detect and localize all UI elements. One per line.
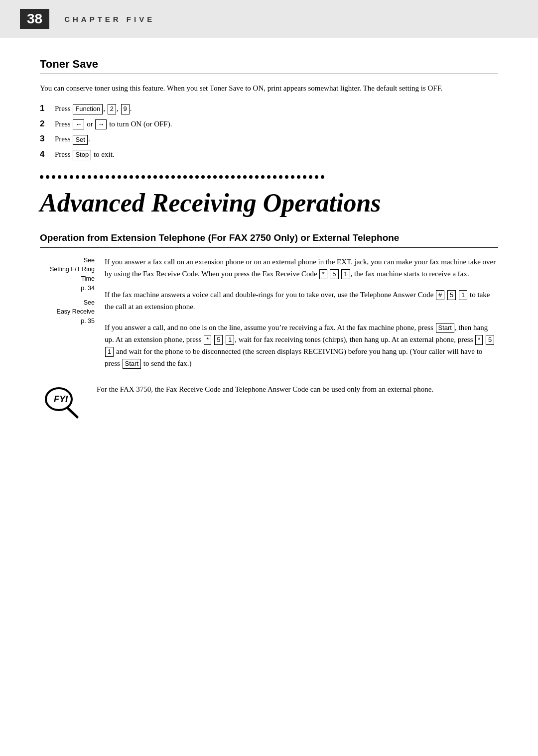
step-4-text: Press Stop to exit. [55,149,115,160]
step-1-text: Press Function, 2, 9. [55,103,132,114]
five-key-3: 5 [214,335,223,345]
fyi-text: For the FAX 3750, the Fax Receive Code a… [97,383,433,395]
advanced-receiving-section: Advanced Receiving Operations Operation … [40,189,498,423]
start-key-2: Start [123,359,141,369]
two-col-layout: See Setting F/T Ring Time p. 34 See Easy… [40,256,498,378]
step-2: 2 Press ← or → to turn ON (or OFF). [40,118,498,130]
step-1: 1 Press Function, 2, 9. [40,103,498,114]
page-number: 38 [20,9,49,29]
star-key-2: * [204,335,211,345]
step-3-text: Press Set. [55,133,90,145]
step-2-num: 2 [40,119,55,129]
fyi-section: FYI For the FAX 3750, the Fax Receive Co… [40,383,498,423]
set-key: Set [73,135,88,145]
five-key-4: 5 [486,335,494,345]
dots-divider [40,175,498,179]
hash-key: # [436,290,444,300]
advanced-receiving-title: Advanced Receiving Operations [40,189,498,217]
one-key-3: 1 [226,335,234,345]
paragraph-2: If the fax machine answers a voice call … [105,289,498,313]
step-1-num: 1 [40,104,55,113]
steps-list: 1 Press Function, 2, 9. 2 Press ← or → t… [40,103,498,160]
chapter-label: CHAPTER FIVE [64,15,155,23]
stop-key: Stop [73,150,91,160]
toner-save-body: You can conserve toner using this featur… [40,82,498,94]
star-key-3: * [475,335,483,345]
sidebar-note-2: See Easy Receive p. 35 [40,298,95,326]
sidebar-note-1: See Setting F/T Ring Time p. 34 [40,256,95,293]
right-arrow-key: → [95,119,107,129]
star-key-1: * [319,269,327,279]
main-content: Toner Save You can conserve toner using … [0,38,538,453]
left-arrow-key: ← [73,119,84,129]
sub-section-divider [40,247,498,248]
toner-save-title: Toner Save [40,58,498,71]
step-4: 4 Press Stop to exit. [40,149,498,160]
step-3: 3 Press Set. [40,133,498,145]
page: 38 CHAPTER FIVE Toner Save You can conse… [0,0,538,756]
step-2-text: Press ← or → to turn ON (or OFF). [55,118,172,130]
page-header: 38 CHAPTER FIVE [0,0,538,38]
fyi-svg-graphic: FYI [40,383,85,423]
toner-save-section: Toner Save You can conserve toner using … [40,58,498,160]
key-9: 9 [121,104,130,114]
step-3-num: 3 [40,134,55,144]
one-key-1: 1 [341,269,350,279]
fyi-icon: FYI [40,383,85,423]
paragraph-1: If you answer a fax call on an extension… [105,256,498,280]
svg-line-1 [68,408,77,417]
one-key-2: 1 [459,290,467,300]
sub-section-title: Operation from Extension Telephone (For … [40,232,498,244]
section-divider [40,74,498,74]
sub-title-text: Operation from Extension Telephone (For … [40,232,399,243]
one-key-4: 1 [105,347,114,357]
start-key-1: Start [436,323,454,333]
paragraph-3: If you answer a call, and no one is on t… [105,322,498,369]
main-column: If you answer a fax call on an extension… [105,256,498,378]
five-key-2: 5 [447,290,456,300]
sidebar-notes: See Setting F/T Ring Time p. 34 See Easy… [40,256,95,378]
svg-text:FYI: FYI [54,394,68,404]
five-key-1: 5 [330,269,338,279]
step-4-num: 4 [40,149,55,159]
key-2: 2 [108,104,116,114]
function-key: Function [73,104,103,114]
dots-line [40,175,324,179]
